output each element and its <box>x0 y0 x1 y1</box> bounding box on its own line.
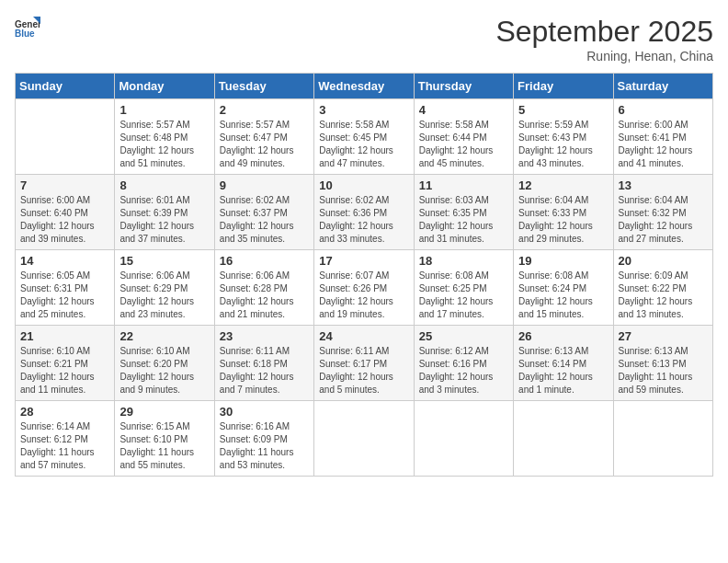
day-number: 15 <box>119 254 209 268</box>
cell-content: Sunrise: 6:13 AM Sunset: 6:14 PM Dayligh… <box>518 345 608 396</box>
calendar-cell: 23Sunrise: 6:11 AM Sunset: 6:18 PM Dayli… <box>214 326 313 401</box>
day-number: 28 <box>20 405 109 419</box>
day-number: 23 <box>220 329 309 343</box>
day-number: 2 <box>220 103 309 117</box>
day-number: 11 <box>419 178 508 192</box>
cell-content: Sunrise: 5:58 AM Sunset: 6:44 PM Dayligh… <box>419 119 508 170</box>
header-sunday: Sunday <box>16 74 115 99</box>
calendar-cell: 2Sunrise: 5:57 AM Sunset: 6:47 PM Daylig… <box>214 99 313 175</box>
cell-content: Sunrise: 6:00 AM Sunset: 6:41 PM Dayligh… <box>619 119 708 170</box>
day-number: 27 <box>619 329 708 343</box>
calendar-cell <box>613 401 712 477</box>
day-number: 4 <box>419 103 508 117</box>
day-number: 1 <box>119 103 209 117</box>
day-number: 21 <box>20 329 109 343</box>
calendar-cell: 16Sunrise: 6:06 AM Sunset: 6:28 PM Dayli… <box>214 250 313 326</box>
cell-content: Sunrise: 6:02 AM Sunset: 6:37 PM Dayligh… <box>220 194 309 246</box>
cell-content: Sunrise: 6:11 AM Sunset: 6:17 PM Dayligh… <box>319 345 408 396</box>
header-friday: Friday <box>514 74 613 99</box>
calendar-cell: 28Sunrise: 6:14 AM Sunset: 6:12 PM Dayli… <box>16 401 115 477</box>
calendar-cell: 10Sunrise: 6:02 AM Sunset: 6:36 PM Dayli… <box>314 175 414 250</box>
calendar-cell: 20Sunrise: 6:09 AM Sunset: 6:22 PM Dayli… <box>613 250 712 326</box>
day-number: 12 <box>518 178 608 192</box>
cell-content: Sunrise: 6:02 AM Sunset: 6:36 PM Dayligh… <box>319 194 408 246</box>
cell-content: Sunrise: 6:08 AM Sunset: 6:24 PM Dayligh… <box>518 270 608 321</box>
cell-content: Sunrise: 5:58 AM Sunset: 6:45 PM Dayligh… <box>319 119 408 170</box>
cell-content: Sunrise: 5:59 AM Sunset: 6:43 PM Dayligh… <box>518 119 608 170</box>
month-title: September 2025 <box>495 15 713 49</box>
calendar-cell: 30Sunrise: 6:16 AM Sunset: 6:09 PM Dayli… <box>214 401 313 477</box>
page-header: General Blue September 2025 Runing, Hena… <box>15 15 713 63</box>
calendar-cell: 25Sunrise: 6:12 AM Sunset: 6:16 PM Dayli… <box>414 326 513 401</box>
cell-content: Sunrise: 6:13 AM Sunset: 6:13 PM Dayligh… <box>619 345 708 396</box>
header-monday: Monday <box>115 74 214 99</box>
calendar-cell <box>314 401 414 477</box>
header-saturday: Saturday <box>613 74 712 99</box>
header-wednesday: Wednesday <box>314 74 414 99</box>
calendar-cell: 29Sunrise: 6:15 AM Sunset: 6:10 PM Dayli… <box>115 401 214 477</box>
day-number: 24 <box>319 329 408 343</box>
calendar-cell: 11Sunrise: 6:03 AM Sunset: 6:35 PM Dayli… <box>414 175 513 250</box>
cell-content: Sunrise: 6:07 AM Sunset: 6:26 PM Dayligh… <box>319 270 408 321</box>
location-subtitle: Runing, Henan, China <box>495 49 713 63</box>
calendar-cell: 8Sunrise: 6:01 AM Sunset: 6:39 PM Daylig… <box>115 175 214 250</box>
cell-content: Sunrise: 6:14 AM Sunset: 6:12 PM Dayligh… <box>20 420 109 472</box>
day-number: 5 <box>518 103 608 117</box>
calendar-week-4: 28Sunrise: 6:14 AM Sunset: 6:12 PM Dayli… <box>16 401 713 477</box>
cell-content: Sunrise: 5:57 AM Sunset: 6:48 PM Dayligh… <box>119 119 209 170</box>
cell-content: Sunrise: 6:06 AM Sunset: 6:29 PM Dayligh… <box>119 270 209 321</box>
calendar-week-2: 14Sunrise: 6:05 AM Sunset: 6:31 PM Dayli… <box>16 250 713 326</box>
calendar-week-3: 21Sunrise: 6:10 AM Sunset: 6:21 PM Dayli… <box>16 326 713 401</box>
svg-text:Blue: Blue <box>15 29 35 39</box>
cell-content: Sunrise: 6:06 AM Sunset: 6:28 PM Dayligh… <box>220 270 309 321</box>
cell-content: Sunrise: 6:08 AM Sunset: 6:25 PM Dayligh… <box>419 270 508 321</box>
calendar-cell: 26Sunrise: 6:13 AM Sunset: 6:14 PM Dayli… <box>514 326 613 401</box>
calendar-week-1: 7Sunrise: 6:00 AM Sunset: 6:40 PM Daylig… <box>16 175 713 250</box>
calendar-cell: 22Sunrise: 6:10 AM Sunset: 6:20 PM Dayli… <box>115 326 214 401</box>
day-number: 19 <box>518 254 608 268</box>
cell-content: Sunrise: 6:11 AM Sunset: 6:18 PM Dayligh… <box>220 345 309 396</box>
logo-icon: General Blue <box>15 15 40 40</box>
calendar-cell: 15Sunrise: 6:06 AM Sunset: 6:29 PM Dayli… <box>115 250 214 326</box>
cell-content: Sunrise: 6:05 AM Sunset: 6:31 PM Dayligh… <box>20 270 109 321</box>
calendar-cell: 4Sunrise: 5:58 AM Sunset: 6:44 PM Daylig… <box>414 99 513 175</box>
day-number: 14 <box>20 254 109 268</box>
header-tuesday: Tuesday <box>214 74 313 99</box>
calendar-cell: 7Sunrise: 6:00 AM Sunset: 6:40 PM Daylig… <box>16 175 115 250</box>
logo: General Blue <box>15 15 40 40</box>
calendar-table: SundayMondayTuesdayWednesdayThursdayFrid… <box>15 73 713 477</box>
calendar-cell: 6Sunrise: 6:00 AM Sunset: 6:41 PM Daylig… <box>613 99 712 175</box>
calendar-cell: 21Sunrise: 6:10 AM Sunset: 6:21 PM Dayli… <box>16 326 115 401</box>
cell-content: Sunrise: 6:01 AM Sunset: 6:39 PM Dayligh… <box>119 194 209 246</box>
calendar-week-0: 1Sunrise: 5:57 AM Sunset: 6:48 PM Daylig… <box>16 99 713 175</box>
header-thursday: Thursday <box>414 74 513 99</box>
day-number: 7 <box>20 178 109 192</box>
calendar-cell: 3Sunrise: 5:58 AM Sunset: 6:45 PM Daylig… <box>314 99 414 175</box>
calendar-cell <box>514 401 613 477</box>
cell-content: Sunrise: 6:15 AM Sunset: 6:10 PM Dayligh… <box>119 420 209 472</box>
day-number: 30 <box>220 405 309 419</box>
day-number: 26 <box>518 329 608 343</box>
cell-content: Sunrise: 6:16 AM Sunset: 6:09 PM Dayligh… <box>220 420 309 472</box>
day-number: 8 <box>119 178 209 192</box>
day-number: 6 <box>619 103 708 117</box>
calendar-cell: 12Sunrise: 6:04 AM Sunset: 6:33 PM Dayli… <box>514 175 613 250</box>
cell-content: Sunrise: 6:09 AM Sunset: 6:22 PM Dayligh… <box>619 270 708 321</box>
day-number: 18 <box>419 254 508 268</box>
cell-content: Sunrise: 6:12 AM Sunset: 6:16 PM Dayligh… <box>419 345 508 396</box>
calendar-cell: 19Sunrise: 6:08 AM Sunset: 6:24 PM Dayli… <box>514 250 613 326</box>
day-number: 22 <box>119 329 209 343</box>
day-number: 17 <box>319 254 408 268</box>
day-number: 3 <box>319 103 408 117</box>
cell-content: Sunrise: 6:03 AM Sunset: 6:35 PM Dayligh… <box>419 194 508 246</box>
calendar-cell: 18Sunrise: 6:08 AM Sunset: 6:25 PM Dayli… <box>414 250 513 326</box>
cell-content: Sunrise: 6:04 AM Sunset: 6:32 PM Dayligh… <box>619 194 708 246</box>
calendar-cell: 9Sunrise: 6:02 AM Sunset: 6:37 PM Daylig… <box>214 175 313 250</box>
calendar-cell: 24Sunrise: 6:11 AM Sunset: 6:17 PM Dayli… <box>314 326 414 401</box>
day-number: 25 <box>419 329 508 343</box>
calendar-cell: 17Sunrise: 6:07 AM Sunset: 6:26 PM Dayli… <box>314 250 414 326</box>
cell-content: Sunrise: 6:00 AM Sunset: 6:40 PM Dayligh… <box>20 194 109 246</box>
day-number: 10 <box>319 178 408 192</box>
cell-content: Sunrise: 6:10 AM Sunset: 6:20 PM Dayligh… <box>119 345 209 396</box>
calendar-cell <box>16 99 115 175</box>
